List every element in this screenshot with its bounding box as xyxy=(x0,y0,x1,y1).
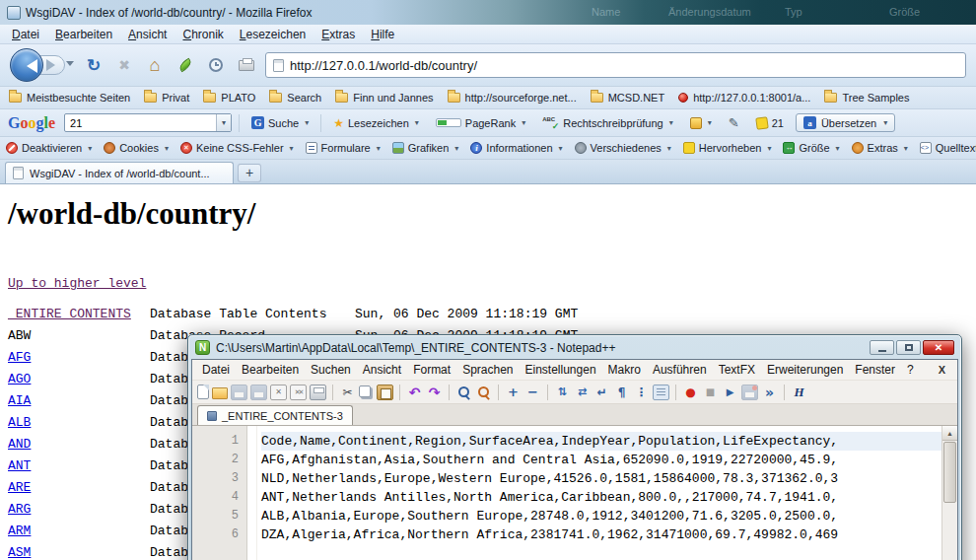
npp-titlebar[interactable]: C:\Users\Martin\AppData\Local\Temp\_ENTI… xyxy=(191,338,958,359)
bookmark-item[interactable]: http://127.0.0.1:8001/a... xyxy=(678,92,810,104)
replace-icon[interactable] xyxy=(475,385,492,400)
menu-item[interactable]: Ansicht xyxy=(120,28,174,41)
redo-icon[interactable] xyxy=(426,385,443,400)
menu-item[interactable]: Hilfe xyxy=(363,28,402,41)
npp-vertical-scrollbar[interactable] xyxy=(941,426,957,560)
zoom-out-icon[interactable] xyxy=(524,385,541,400)
npp-menu-item[interactable]: Sprachen xyxy=(456,363,519,377)
copy-icon[interactable] xyxy=(359,385,371,397)
google-search-input[interactable] xyxy=(65,117,216,129)
listing-name-link[interactable]: ARE xyxy=(8,480,31,495)
npp-menu-item[interactable]: ? xyxy=(901,363,920,377)
webdev-item[interactable]: Informationen xyxy=(470,142,562,154)
webdev-item[interactable]: Verschiedenes xyxy=(575,142,671,154)
close-icon[interactable] xyxy=(270,385,287,400)
play-macro-icon[interactable] xyxy=(722,385,738,400)
npp-menu-item[interactable]: Ausführen xyxy=(647,363,713,377)
sync-scroll-v-icon[interactable] xyxy=(554,385,571,400)
listing-name-link[interactable]: ASM xyxy=(8,545,31,560)
url-input[interactable] xyxy=(290,58,958,73)
menu-item[interactable]: Extras xyxy=(314,28,363,41)
cut-icon[interactable] xyxy=(339,385,356,400)
record-macro-icon[interactable] xyxy=(682,385,699,400)
print-button[interactable] xyxy=(235,53,258,77)
location-bar[interactable] xyxy=(265,52,966,78)
npp-close-document-button[interactable]: X xyxy=(931,364,953,376)
bookmark-item[interactable]: Search xyxy=(269,92,321,104)
bookmark-item[interactable]: MCSD.NET xyxy=(591,92,664,104)
show-all-chars-icon[interactable] xyxy=(613,385,630,400)
feed-button[interactable] xyxy=(174,53,197,77)
npp-tab-active[interactable]: _ENTIRE_CONTENTS-3 xyxy=(197,405,353,425)
webdev-item[interactable]: Formulare xyxy=(306,142,381,154)
bookmark-item[interactable]: Privat xyxy=(144,92,189,104)
close-all-icon[interactable] xyxy=(290,385,307,400)
maximize-button[interactable] xyxy=(896,340,921,355)
listing-name-link[interactable]: AGO xyxy=(8,372,31,386)
google-search-button[interactable]: Suche xyxy=(246,113,314,132)
listing-name-link[interactable]: ANT xyxy=(8,458,31,473)
print-icon[interactable] xyxy=(310,385,326,400)
listing-name-link[interactable]: ALB xyxy=(8,415,31,430)
webdev-item[interactable]: Deaktivieren xyxy=(6,142,92,154)
translate-button[interactable]: Übersetzen xyxy=(796,113,895,132)
doc-map-icon[interactable] xyxy=(653,385,669,400)
npp-text-area[interactable]: Code,Name,Continent,Region,SurfaceArea,I… xyxy=(257,426,941,560)
bookmark-item[interactable]: Meistbesuchte Seiten xyxy=(9,92,130,104)
menu-item[interactable]: Chronik xyxy=(174,28,231,41)
up-to-higher-level-link[interactable]: Up to higher level xyxy=(8,276,146,291)
undo-icon[interactable] xyxy=(406,385,423,400)
search-history-dropdown[interactable] xyxy=(216,114,231,131)
word-wrap-icon[interactable] xyxy=(593,385,610,400)
npp-editor[interactable]: 123456 Code,Name,Continent,Region,Surfac… xyxy=(192,426,957,560)
minimize-button[interactable] xyxy=(870,340,894,355)
stop-button[interactable] xyxy=(112,53,136,77)
npp-menu-item[interactable]: Format xyxy=(407,363,456,377)
menu-item[interactable]: Lesezeichen xyxy=(232,28,314,41)
menu-item[interactable]: Bearbeiten xyxy=(47,28,120,41)
webdev-item[interactable]: Hervorheben xyxy=(683,142,772,154)
paste-icon[interactable] xyxy=(377,385,393,400)
listing-name-link[interactable]: ARM xyxy=(8,524,31,538)
back-button[interactable] xyxy=(10,48,43,82)
edit-button[interactable] xyxy=(724,112,744,133)
google-search-box[interactable] xyxy=(64,113,232,132)
listing-name-link[interactable]: ARG xyxy=(8,502,31,517)
npp-menu-item[interactable]: Suchen xyxy=(305,363,357,377)
html-view-icon[interactable] xyxy=(791,385,807,400)
autofill-button[interactable] xyxy=(685,114,717,132)
npp-menu-item[interactable]: Datei xyxy=(196,363,236,377)
webdev-item[interactable]: Grafiken xyxy=(392,142,459,154)
webdev-item[interactable]: Extras xyxy=(852,142,908,154)
zoom-in-icon[interactable] xyxy=(505,385,522,400)
menu-item[interactable]: Datei xyxy=(4,28,47,41)
close-button[interactable] xyxy=(923,340,954,355)
bookmark-item[interactable]: http://sourceforge.net... xyxy=(448,92,577,104)
tab-active[interactable]: WsgiDAV - Index of /world-db/count... xyxy=(5,162,234,183)
listing-name-link[interactable]: _ENTIRE_CONTENTS xyxy=(8,307,131,321)
npp-menu-item[interactable]: Ansicht xyxy=(357,363,407,377)
find-icon[interactable] xyxy=(455,385,472,400)
spellcheck-button[interactable]: Rechtschreibprüfung xyxy=(537,113,678,133)
npp-menu-item[interactable]: Bearbeiten xyxy=(236,363,305,377)
new-tab-button[interactable]: + xyxy=(238,164,261,182)
multi-play-icon[interactable] xyxy=(761,385,778,400)
webdev-item[interactable]: Größe xyxy=(783,142,839,154)
history-dropdown-button[interactable] xyxy=(66,61,74,70)
firefox-titlebar[interactable]: WsgiDAV - Index of /world-db/country/ - … xyxy=(0,0,976,25)
scroll-up-arrow[interactable] xyxy=(942,426,957,441)
history-clock-button[interactable] xyxy=(204,53,228,77)
pagerank-button[interactable]: PageRank xyxy=(431,114,530,132)
home-button[interactable] xyxy=(143,53,167,77)
listing-name-link[interactable]: AFG xyxy=(8,350,31,365)
npp-menu-item[interactable]: Einstellungen xyxy=(520,363,602,377)
google-bookmarks-button[interactable]: Lesezeichen xyxy=(328,113,424,133)
npp-menu-item[interactable]: Makro xyxy=(602,363,647,377)
bookmark-item[interactable]: Tree Samples xyxy=(824,92,909,104)
listing-name-link[interactable]: AIA xyxy=(8,393,31,408)
webdev-item[interactable]: Quelltext xyxy=(920,142,976,154)
highlight-button[interactable]: 21 xyxy=(751,114,789,132)
npp-menu-item[interactable]: Fenster xyxy=(849,363,901,377)
sync-scroll-h-icon[interactable] xyxy=(574,385,591,400)
webdev-item[interactable]: Keine CSS-Fehler xyxy=(180,142,294,154)
